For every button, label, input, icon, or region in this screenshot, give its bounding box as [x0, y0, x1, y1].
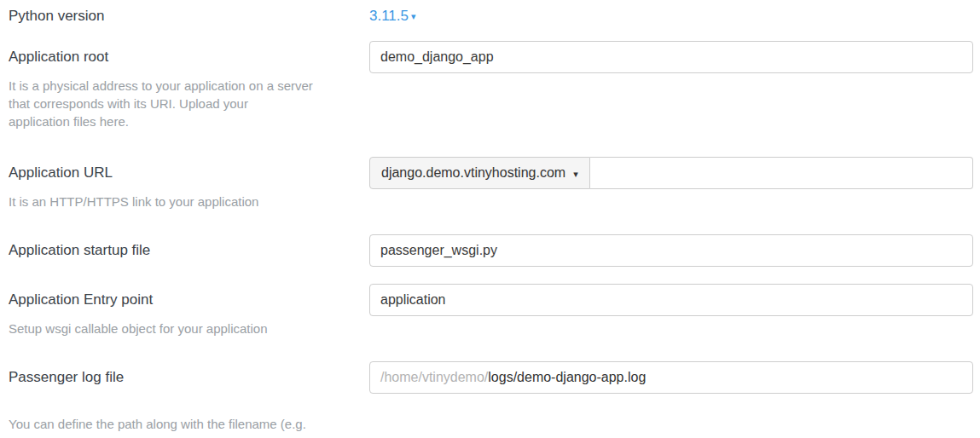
application-url-group: django.demo.vtinyhosting.com ▾ [369, 157, 973, 189]
startup-file-left: Application startup file [9, 234, 369, 267]
application-url-left: Application URL It is an HTTP/HTTPS link… [9, 157, 369, 210]
python-version-selector[interactable]: 3.11.5 ▾ [369, 6, 416, 26]
application-url-domain-value: django.demo.vtinyhosting.com [381, 165, 565, 181]
passenger-log-label: Passenger log file [9, 361, 369, 394]
entry-point-input[interactable] [369, 284, 973, 316]
entry-point-left: Application Entry point Setup wsgi calla… [9, 284, 369, 337]
startup-file-input[interactable] [369, 234, 973, 267]
passenger-log-path-value: logs/demo-django-app.log [488, 370, 646, 385]
application-root-input[interactable] [369, 41, 973, 73]
application-root-left: Application root It is a physical addres… [9, 41, 369, 130]
field-row-startup-file: Application startup file [9, 234, 973, 267]
field-row-passenger-log: Passenger log file You can define the pa… [9, 361, 973, 438]
entry-point-help: Setup wsgi callable object for your appl… [9, 320, 369, 337]
field-row-application-url: Application URL It is an HTTP/HTTPS link… [9, 157, 973, 210]
caret-down-icon: ▾ [573, 170, 578, 179]
passenger-log-help-line1: You can define the path along with the f… [9, 415, 352, 433]
application-url-help: It is an HTTP/HTTPS link to your applica… [9, 193, 369, 210]
python-app-settings-form: Python version 3.11.5 ▾ Application root… [0, 0, 980, 438]
application-url-path-input[interactable] [590, 157, 973, 189]
field-row-python-version: Python version 3.11.5 ▾ [9, 6, 973, 26]
field-row-application-root: Application root It is a physical addres… [9, 41, 973, 130]
passenger-log-left: Passenger log file You can define the pa… [9, 361, 369, 438]
application-root-help: It is a physical address to your applica… [9, 77, 369, 130]
python-version-value-cell: 3.11.5 ▾ [369, 6, 973, 26]
python-version-label: Python version [9, 6, 369, 26]
entry-point-label: Application Entry point [9, 284, 369, 316]
caret-down-icon: ▾ [411, 12, 416, 21]
application-root-label: Application root [9, 41, 369, 73]
python-version-value: 3.11.5 [369, 6, 409, 26]
application-url-label: Application URL [9, 157, 369, 189]
passenger-log-help: You can define the path along with the f… [9, 397, 369, 438]
startup-file-label: Application startup file [9, 234, 369, 267]
application-url-domain-select[interactable]: django.demo.vtinyhosting.com ▾ [369, 157, 590, 189]
passenger-log-input[interactable]: /home/vtinydemo/ logs/demo-django-app.lo… [369, 361, 973, 394]
passenger-log-path-prefix: /home/vtinydemo/ [380, 370, 488, 385]
field-row-entry-point: Application Entry point Setup wsgi calla… [9, 284, 973, 337]
